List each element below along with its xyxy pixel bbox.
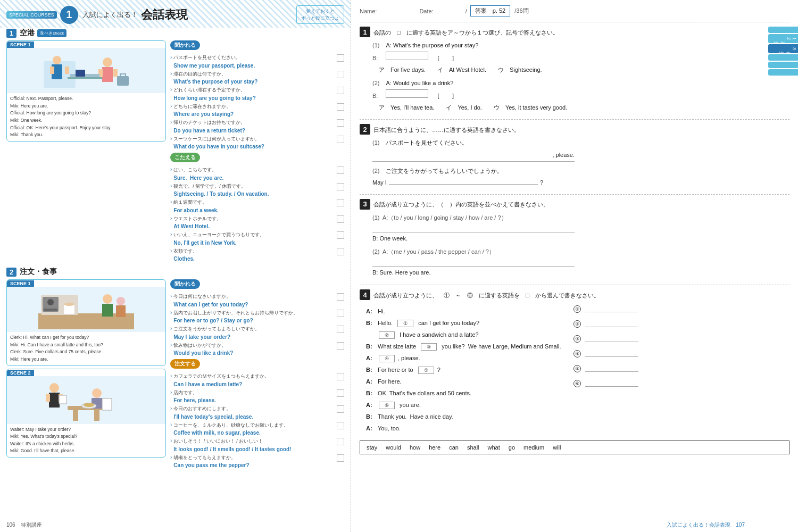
check-box[interactable] xyxy=(337,54,344,62)
check-box[interactable] xyxy=(337,119,344,127)
ex2-title-text: 日本語に合うように、……に適する英語を書きなさい。 xyxy=(373,126,520,134)
word-shall: shall xyxy=(467,444,479,451)
scene3-label: SCENE 2 xyxy=(7,370,34,376)
side-tab-2[interactable]: 12年編 xyxy=(768,34,798,43)
check-box[interactable] xyxy=(337,389,344,397)
ex3-q1: (1) A:（to / you / long / going / stay / … xyxy=(372,213,789,244)
ex2-title-row: 2 日本語に合うように、……に適する英語を書きなさい。 xyxy=(360,124,789,135)
svg-rect-6 xyxy=(102,67,113,82)
svg-point-33 xyxy=(92,388,102,398)
section1-header: 1 空港 覚べきcheck xyxy=(6,28,344,38)
answer-header: Name: Date: / 答案 p. 52 /36問 xyxy=(360,5,789,16)
word-would: would xyxy=(386,444,401,451)
check-box[interactable] xyxy=(337,454,344,462)
phrases-kotaeru-list: › はい、こちらです。Sure. Here you are. › 観光で。/ 留… xyxy=(170,167,344,263)
ex4-title-text: 会話が成り立つように、 ① ～ ⑥ に適する英語を □ から選んで書きなさい。 xyxy=(373,292,600,300)
scene1-label: SCENE 1 xyxy=(7,41,34,48)
ex1-q1-blank[interactable] xyxy=(386,52,428,60)
check-box[interactable] xyxy=(337,87,344,94)
ex2-q2-end: ? xyxy=(540,178,543,188)
check-box[interactable] xyxy=(337,215,344,223)
word-bank: stay would how here can shall what go me… xyxy=(360,440,789,454)
check-box[interactable] xyxy=(337,293,344,301)
ex3-q1-answer-line[interactable] xyxy=(372,225,575,232)
blank-3[interactable]: ③ xyxy=(421,343,437,351)
list-item: › スーツケースには何が入っていますか。 What do you have in… xyxy=(170,136,344,151)
check-box[interactable] xyxy=(337,199,344,206)
ex4-line-b-here-or: B: For here or to ⑤ ? xyxy=(366,364,561,376)
check-box[interactable] xyxy=(337,373,344,380)
check-box[interactable] xyxy=(337,310,344,317)
list-item: › 今日のおすすめにします。I'll have today's special,… xyxy=(170,405,344,421)
check-box[interactable] xyxy=(337,248,344,255)
phrases-chumon-list: › カフェラテのＭサイズを１つもらえますか。Can I have a mediu… xyxy=(170,373,344,469)
ex3-q1-b: B: One week. xyxy=(372,235,408,242)
check-box[interactable] xyxy=(337,183,344,190)
ex1-q2-blank[interactable] xyxy=(386,89,428,98)
header-bar: SPECIAL COURSES 1 入試によく出る！ 会話表現 覚えておくと ず… xyxy=(6,5,344,24)
section2-num: 2 xyxy=(6,268,16,277)
ex1-q1-b-label: B: xyxy=(372,53,378,63)
list-item: › 滞在の目的は何ですか。 What's the purpose of your… xyxy=(170,71,344,86)
blank-2[interactable]: ② xyxy=(379,331,395,339)
check-box[interactable] xyxy=(337,136,344,143)
svg-rect-31 xyxy=(46,394,50,402)
check-box[interactable] xyxy=(337,342,344,350)
blank-4[interactable]: ④ xyxy=(379,355,395,362)
check-box[interactable] xyxy=(337,422,344,429)
section2-title: 注文・食事 xyxy=(20,267,57,277)
ex3-q1-a: A:（to / you / long / going / stay / how … xyxy=(383,214,507,221)
scene1-image xyxy=(7,48,165,93)
side-tab-1[interactable]: 基礎編 xyxy=(768,27,798,33)
yubeki-box[interactable]: 覚べきcheck xyxy=(37,29,66,37)
ex3-divider xyxy=(360,285,789,285)
list-item: › どちらに滞在されますか。 Where are you staying? xyxy=(170,103,344,119)
svg-point-5 xyxy=(103,57,112,67)
check-box[interactable] xyxy=(337,438,344,445)
ex2-questions: (1) パスポートを見せてください。 , please. (2) ご注文をうかが… xyxy=(372,138,789,188)
svg-rect-27 xyxy=(94,410,99,421)
kotaeru-tag: こたえる xyxy=(170,153,200,162)
scene2-label: SCENE 1 xyxy=(7,280,34,287)
ex2-q2-blank[interactable] xyxy=(389,184,538,185)
list-item: › ウエストホテルです。At West Hotel. xyxy=(170,215,344,231)
ex1-q1: (1) A: What's the purpose of your stay? … xyxy=(372,40,789,75)
side-tabs[interactable]: 基礎編 12年編 3年編 特別講座 入試問題 付録 xyxy=(768,27,798,76)
memo-box: 覚えておくと ずっと役に立つよ xyxy=(296,5,344,24)
page-footer-right: 入試によく出る！会話表現 107 xyxy=(667,521,745,529)
check-box[interactable] xyxy=(337,326,344,333)
section1-content: SCENE 1 xyxy=(6,40,344,264)
scene3-image xyxy=(7,376,165,424)
ex1-questions: (1) A: What's the purpose of your stay? … xyxy=(372,40,789,113)
ex3-q2-answer-line[interactable] xyxy=(372,259,575,267)
right-panel: 基礎編 12年編 3年編 特別講座 入試問題 付録 Name: Date: / … xyxy=(351,0,798,532)
blank-6[interactable]: ⑥ xyxy=(379,402,395,409)
blank-5[interactable]: ⑤ xyxy=(418,367,434,374)
side-tab-6[interactable]: 付録 xyxy=(768,69,798,76)
svg-point-20 xyxy=(64,303,74,306)
side-tab-5[interactable]: 入試問題 xyxy=(768,62,798,68)
ex3-q2-a: A:（me / you / pass / the pepper / can / … xyxy=(383,248,495,255)
blank-1[interactable]: ① xyxy=(397,320,413,327)
header-subtitle: 入試によく出る！ xyxy=(82,10,138,20)
check-box[interactable] xyxy=(337,71,344,78)
ex3-questions: (1) A:（to / you / long / going / stay / … xyxy=(372,213,789,278)
ex1-q2-text: A: Would you like a drink? xyxy=(386,78,453,88)
scene2-image xyxy=(7,287,165,332)
check-box[interactable] xyxy=(337,103,344,111)
chumon-tag: 注文する xyxy=(170,359,200,369)
ex1-q1-choices: ア For five days. イ At West Hotel. ウ Sigh… xyxy=(379,65,789,75)
check-box[interactable] xyxy=(337,405,344,413)
ans-slot-2: ② xyxy=(573,320,638,328)
ex4-line-a-medium: A: ④ , please. xyxy=(366,352,561,364)
side-tab-4[interactable]: 特別講座 xyxy=(768,54,798,61)
section2-content: SCENE 1 xyxy=(6,279,344,470)
side-tab-3[interactable]: 3年編 xyxy=(768,44,798,53)
ex1-q2-choices: ア Yes, I'll have tea. イ Yes, I do. ウ Yes… xyxy=(379,103,789,113)
ex3-q2: (2) A:（me / you / pass / the pepper / ca… xyxy=(372,247,789,278)
check-box[interactable] xyxy=(337,231,344,239)
list-item: › いいえ、ニューヨークで買うつもりです。No, I'll get it in … xyxy=(170,231,344,247)
check-box[interactable] xyxy=(337,167,344,174)
svg-rect-26 xyxy=(73,410,78,421)
ex2-q1: (1) パスポートを見せてください。 , please. xyxy=(372,138,789,161)
